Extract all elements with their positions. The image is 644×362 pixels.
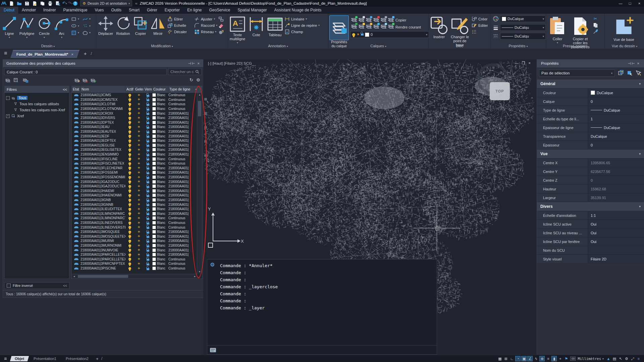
layer-dropdown[interactable]: ☀ 0 ▾ — [351, 31, 429, 38]
layer-row[interactable]: 218000AA01|3FLECHEPAR☀Blanc218000AA01| — [72, 166, 197, 171]
layer-thaw-icon[interactable]: ☀ — [138, 180, 141, 183]
layer-row[interactable]: 218000AA01|3LINEDIVERS☀BlancContinuous — [72, 221, 197, 225]
layer-color-swatch[interactable] — [152, 207, 156, 211]
layer-thaw-icon[interactable]: ☀ — [138, 134, 141, 138]
transparency-icon[interactable]: ▮ — [551, 356, 557, 361]
scroll-left-icon[interactable]: ◄ — [72, 274, 76, 279]
layer-manager-titlebar[interactable]: Gestionnaire des propriétés des calques … — [3, 60, 204, 67]
ribbon-button-copier[interactable]: Copier — [395, 16, 421, 23]
delete-layer-icon[interactable] — [82, 78, 88, 83]
layer-on-icon[interactable] — [128, 217, 131, 220]
layer-row[interactable]: 218000AA01|3GAZODUCTEX☀Blanc218000AA01| — [72, 184, 197, 189]
layer-color-swatch[interactable] — [152, 244, 156, 247]
layer-linetype[interactable]: Continuous — [168, 107, 194, 111]
layer-row[interactable]: 218000AA01|3LINEDIVERSTEX☀BlancContinuou… — [72, 225, 197, 230]
layer-linetype[interactable]: Continuous — [168, 102, 194, 106]
layer-linetype[interactable]: 218000AA01| — [168, 130, 194, 133]
layer-row[interactable]: 218000AA01|3MOSQUEETEX☀Blanc218000AA01| — [72, 234, 197, 239]
layer-unlock-icon[interactable] — [147, 113, 149, 115]
menu-hamburger-icon[interactable]: ≡ — [4, 50, 7, 56]
layer-unlock-icon[interactable] — [147, 223, 149, 225]
ribbon-button-tableau[interactable]: Tableau — [266, 15, 284, 37]
layer-color-swatch[interactable] — [152, 93, 156, 97]
scroll-down-icon[interactable]: ▼ — [197, 270, 202, 274]
collapse-filters-icon[interactable]: << — [63, 87, 67, 92]
linetype-dropdown[interactable]: DuCalqu▾ — [500, 33, 546, 40]
layer-tool-icon-10[interactable] — [373, 22, 380, 29]
layer-color-swatch[interactable] — [152, 253, 156, 256]
layer-tool-icon-9[interactable] — [365, 22, 373, 29]
layer-on-icon[interactable] — [128, 176, 131, 179]
layer-on-icon[interactable] — [128, 130, 131, 133]
layer-tool-icon-7[interactable] — [351, 22, 358, 29]
paper-icon[interactable]: ▤ — [612, 356, 617, 361]
layer-unlock-icon[interactable] — [147, 177, 149, 179]
view-cube[interactable]: TOP — [490, 82, 510, 100]
layer-on-icon[interactable] — [128, 262, 131, 265]
layer-color-swatch[interactable] — [152, 262, 156, 265]
layer-on-icon[interactable] — [128, 253, 131, 256]
property-value[interactable]: 15962.68 — [588, 185, 644, 193]
layer-unlock-icon[interactable] — [147, 163, 149, 165]
layer-thaw-icon[interactable]: ☀ — [138, 226, 141, 229]
toggle-pickadd-icon[interactable] — [635, 70, 642, 76]
layer-on-icon[interactable] — [128, 249, 131, 251]
property-value[interactable]: 1395806.65 — [588, 159, 644, 167]
layer-linetype[interactable]: 218000AA01| — [168, 184, 194, 188]
filter-tree-item-xref[interactable]: +Xref — [5, 113, 69, 119]
add-selected-icon[interactable]: + — [557, 356, 563, 361]
property-value[interactable]: 35139.91 — [588, 193, 644, 202]
layer-row[interactable]: 218000AA01|3MURMI☀Blanc218000AA01| — [72, 239, 197, 243]
ribbon-button-rotation[interactable]: Rotation — [115, 15, 131, 36]
save-as-icon[interactable] — [32, 1, 37, 6]
layer-on-icon[interactable] — [128, 153, 131, 156]
tab-vues[interactable]: Vues — [91, 7, 107, 14]
layer-properties-button[interactable]: Propriétés du calque — [329, 15, 349, 40]
layer-color-swatch[interactable] — [152, 112, 156, 115]
layer-linetype[interactable]: 218000AA01| — [168, 203, 194, 206]
match-properties-icon[interactable] — [593, 28, 598, 35]
layer-tool-icon-4[interactable] — [373, 16, 380, 22]
layer-thaw-icon[interactable]: ☀ — [138, 112, 141, 115]
layer-unlock-icon[interactable] — [147, 195, 149, 197]
layer-linetype[interactable]: Continuous — [168, 98, 194, 102]
panel-label-dessin[interactable]: Dessin▾ — [0, 44, 96, 48]
layer-unlock-icon[interactable] — [147, 131, 149, 133]
layer-table-header[interactable]: EtatNomActifGelerVerrouCouleurType de li… — [72, 86, 202, 93]
layer-unlock-icon[interactable] — [147, 95, 149, 97]
ribbon-button-arc[interactable]: Arc▾ — [54, 15, 70, 40]
layer-linetype[interactable]: 218000AA01| — [168, 121, 194, 124]
layer-row[interactable]: 218000AA01|3EDF☀Blanc218000AA01| — [72, 134, 197, 138]
layer-tool-icon-1[interactable] — [351, 16, 358, 22]
layer-color-swatch[interactable] — [152, 216, 156, 220]
ribbon-button-miroir[interactable]: Miroir — [150, 15, 166, 36]
layer-thaw-icon[interactable]: ☀ — [138, 257, 141, 261]
section-header-divers[interactable]: Divers▾ — [537, 202, 644, 211]
ribbon-button-cercle[interactable]: Cercle▾ — [36, 15, 52, 40]
layer-on-icon[interactable] — [128, 158, 131, 160]
layer-thaw-icon[interactable]: ☀ — [138, 194, 141, 197]
layer-unlock-icon[interactable] — [147, 254, 149, 256]
layer-color-swatch[interactable] — [152, 257, 156, 261]
layer-unlock-icon[interactable] — [147, 154, 149, 156]
selection-cursor-icon[interactable]: ↖ — [618, 356, 623, 361]
layer-on-icon[interactable] — [128, 171, 131, 174]
select-objects-icon[interactable] — [626, 70, 633, 76]
layer-linetype[interactable]: Continuous — [168, 216, 194, 220]
tab-assistant-nuage-de-points[interactable]: Assistant Nuage de Points — [271, 7, 325, 14]
layer-on-icon[interactable] — [128, 103, 131, 106]
layer-row[interactable]: 218000AA01|3NUMVOIE☀Blanc218000AA01| — [72, 248, 197, 252]
layer-color-swatch[interactable] — [152, 98, 156, 102]
panel-label-proprietes[interactable]: Propriétés▾ — [491, 44, 546, 48]
layer-linetype[interactable]: 218000AA01| — [168, 175, 194, 179]
layer-on-icon[interactable] — [128, 222, 131, 224]
layer-color-swatch[interactable] — [152, 139, 156, 142]
layer-color-swatch[interactable] — [152, 171, 156, 174]
invert-filter-checkbox[interactable] — [7, 284, 11, 288]
layer-row[interactable]: 218000AA01|3MURNONMI☀Blanc218000AA01| — [72, 243, 197, 248]
layer-row[interactable]: 218000AA01|3CLOTMI☀BlancContinuous — [72, 102, 197, 107]
menu-icon[interactable]: ≡ — [636, 356, 641, 361]
scroll-up-icon[interactable]: ▲ — [197, 93, 202, 97]
layer-row[interactable]: 218000AA01|3EGLISE☀Blanc218000AA01| — [72, 143, 197, 148]
property-value[interactable]: 1:1 — [588, 211, 644, 220]
